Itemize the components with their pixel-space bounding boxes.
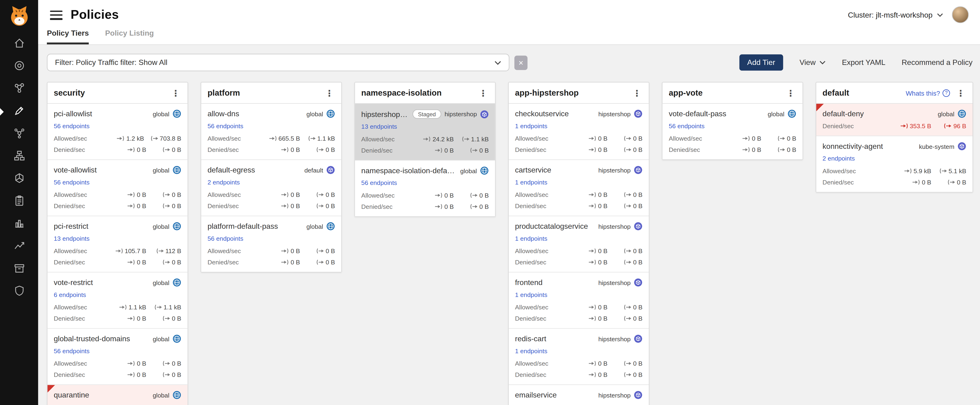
sidebar-item-compliance[interactable] (0, 191, 38, 213)
tab-policy-tiers[interactable]: Policy Tiers (47, 29, 89, 45)
egress-icon (470, 204, 477, 209)
egress-amount: 0 B (633, 259, 643, 266)
traffic-label: Denied/sec (54, 202, 85, 209)
endpoints-link[interactable]: 1 endpoints (515, 123, 547, 129)
export-yaml-button[interactable]: Export YAML (842, 58, 885, 67)
endpoints-link[interactable]: 1 endpoints (515, 179, 547, 186)
calico-logo[interactable] (7, 5, 31, 28)
ingress-amount: 0 B (291, 259, 300, 266)
tier-menu-button[interactable]: ⋮ (170, 88, 181, 97)
endpoints-link[interactable]: 56 endpoints (207, 235, 243, 242)
endpoints-link[interactable]: 56 endpoints (54, 123, 89, 129)
endpoints-link[interactable]: 0 endpoints (54, 404, 86, 405)
policy-card[interactable]: pci-allowlistglobal56 endpointsAllowed/s… (48, 104, 188, 160)
egress-value: 0 B (153, 259, 181, 266)
traffic-label: Denied/sec (361, 147, 393, 154)
policy-card[interactable]: quarantineglobal0 endpoints (48, 385, 188, 405)
policy-card[interactable]: checkoutservicehipstershop1 endpointsAll… (509, 104, 649, 160)
endpoints-link[interactable]: 1 endpoints (515, 235, 547, 242)
policy-card[interactable]: global-trusted-domainsglobal56 endpoints… (48, 329, 188, 385)
tab-policy-listing[interactable]: Policy Listing (105, 29, 154, 45)
endpoints-link[interactable]: 1 endpoints (515, 404, 547, 405)
endpoints-link[interactable]: 56 endpoints (207, 123, 243, 129)
policy-card[interactable]: emailservicehipstershop1 endpointsAllowe… (509, 385, 649, 405)
egress-icon (150, 136, 158, 141)
ingress-value: 0 B (271, 247, 300, 254)
clear-filter-button[interactable]: × (514, 55, 528, 70)
policy-card[interactable]: redis-carthipstershop1 endpointsAllowed/… (509, 329, 649, 385)
policy-card[interactable]: vote-default-passglobal56 endpointsAllow… (663, 104, 803, 159)
tier-menu-button[interactable]: ⋮ (324, 88, 335, 97)
policy-card[interactable]: productcatalogservicehipstershop1 endpoi… (509, 216, 649, 273)
view-menu-button[interactable]: View (799, 58, 826, 67)
endpoints-link[interactable]: 56 endpoints (54, 179, 89, 186)
cluster-selector[interactable]: Cluster: jlt-msft-workshop (848, 10, 943, 19)
endpoints-link[interactable]: 2 endpoints (207, 179, 240, 186)
egress-value: 0 B (614, 315, 643, 322)
traffic-row: Denied/sec0 B0 B (361, 147, 488, 154)
policy-card[interactable]: default-egressdefault2 endpointsAllowed/… (201, 160, 341, 216)
sidebar-item-nodes[interactable] (0, 123, 38, 145)
traffic-row: Allowed/sec0 B0 B (669, 135, 796, 142)
sidebar-item-clusters[interactable] (0, 168, 38, 191)
endpoints-link[interactable]: 13 endpoints (361, 123, 397, 130)
egress-amount: 112 B (165, 247, 181, 254)
user-avatar[interactable] (952, 6, 969, 23)
ingress-icon (115, 248, 123, 254)
endpoints-link[interactable]: 13 endpoints (54, 235, 89, 242)
policy-card[interactable]: vote-restrictglobal6 endpointsAllowed/se… (48, 273, 188, 329)
sidebar-item-service-graph[interactable] (0, 78, 38, 100)
policy-card[interactable]: namespace-isolation-default-p...global56… (355, 161, 495, 216)
tier-menu-button[interactable]: ⋮ (631, 88, 643, 97)
endpoints-link[interactable]: 2 endpoints (822, 155, 855, 162)
egress-icon (316, 203, 324, 209)
policy-badges: hipstershop (598, 222, 643, 231)
endpoints-link[interactable]: 1 endpoints (515, 348, 547, 354)
policy-card[interactable]: hipstershop-gh...Stagedhipstershop13 end… (355, 104, 495, 161)
tier-title: platform (207, 88, 319, 97)
whats-this-link[interactable]: Whats this?? (906, 89, 950, 97)
policy-card[interactable]: platform-default-passglobal56 endpointsA… (201, 216, 341, 272)
policy-card[interactable]: default-denyglobalDenied/sec353.5 B96 B (816, 104, 972, 136)
ingress-value: 0 B (732, 146, 761, 153)
traffic-filter-select[interactable]: Filter: Policy Traffic filter: Show All (47, 54, 509, 71)
policy-card[interactable]: pci-restrictglobal13 endpointsAllowed/se… (48, 216, 188, 273)
policy-card[interactable]: allow-dnsglobal56 endpointsAllowed/sec66… (201, 104, 341, 160)
sidebar-item-policies[interactable] (0, 100, 38, 123)
service-graph-icon (13, 82, 25, 97)
sidebar-item-inventory[interactable] (0, 258, 38, 281)
policy-card-top: hipstershop-gh...Stagedhipstershop (361, 110, 488, 119)
tier-menu-button[interactable]: ⋮ (955, 88, 966, 97)
scope-icon-wrap (326, 222, 335, 231)
policy-card[interactable]: vote-allowlistglobal56 endpointsAllowed/… (48, 160, 188, 216)
sidebar-item-home[interactable] (0, 33, 38, 56)
policy-card[interactable]: cartservicehipstershop1 endpointsAllowed… (509, 160, 649, 216)
policy-card[interactable]: konnectivity-agentkube-system2 endpoints… (816, 136, 972, 192)
endpoints-link[interactable]: 56 endpoints (361, 179, 397, 186)
sidebar-item-security[interactable] (0, 281, 38, 303)
ingress-amount: 0 B (598, 202, 608, 209)
sidebar-item-reports[interactable] (0, 213, 38, 236)
recommend-policy-button[interactable]: Recommend a Policy (902, 58, 972, 67)
sidebar-item-activity[interactable] (0, 236, 38, 258)
chevron-down-icon (937, 13, 943, 17)
policy-card-top: default-denyglobal (822, 110, 966, 118)
policy-badges: Stagedhipstershop (412, 110, 489, 119)
menu-button[interactable] (50, 10, 62, 20)
endpoints-link[interactable]: 56 endpoints (54, 348, 89, 354)
egress-icon (316, 248, 324, 254)
policy-card[interactable]: frontendhipstershop1 endpointsAllowed/se… (509, 273, 649, 329)
tier-menu-button[interactable]: ⋮ (477, 88, 489, 97)
endpoints-link[interactable]: 56 endpoints (669, 123, 705, 129)
ingress-value: 0 B (579, 191, 608, 198)
sidebar-item-endpoints[interactable] (0, 145, 38, 168)
tier-menu-button[interactable]: ⋮ (785, 88, 796, 97)
egress-icon (944, 123, 951, 129)
endpoints-link[interactable]: 1 endpoints (515, 291, 547, 298)
endpoints-link[interactable]: 6 endpoints (54, 291, 86, 298)
traffic-row: Allowed/sec0 B0 B (207, 247, 335, 254)
sidebar-item-dashboards[interactable] (0, 56, 38, 78)
ingress-amount: 0 B (598, 146, 608, 153)
add-tier-button[interactable]: Add Tier (739, 54, 783, 70)
namespace-scope-icon (634, 110, 643, 118)
